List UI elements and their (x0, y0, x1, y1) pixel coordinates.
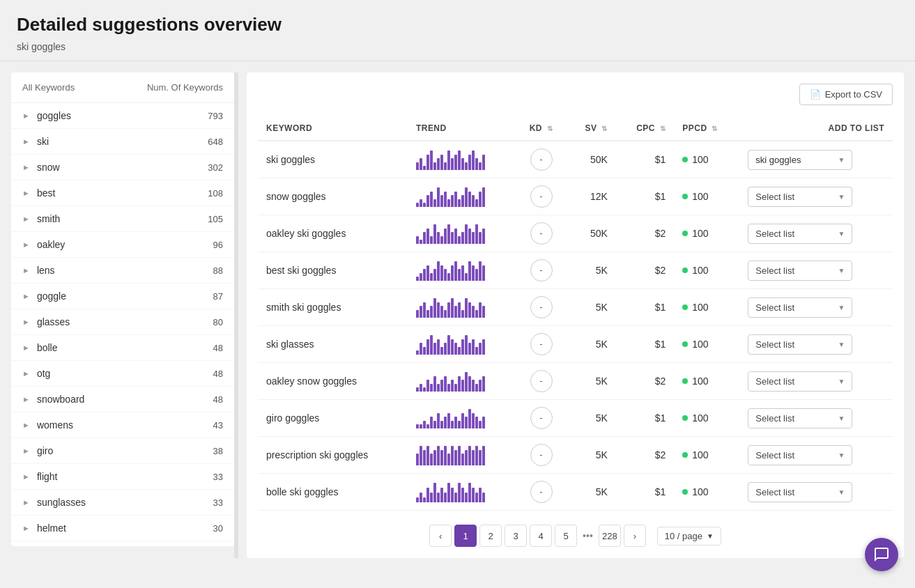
sidebar-item[interactable]: ► deck 29 (11, 541, 234, 546)
trend-bar (454, 261, 457, 281)
sidebar-item[interactable]: ► smith 105 (11, 206, 234, 232)
sidebar: All Keywords Num. Of Keywords ► goggles … (11, 72, 234, 546)
pagination-page-3[interactable]: 3 (505, 525, 527, 547)
trend-bar (458, 483, 461, 502)
cpc-cell: $2 (616, 437, 674, 474)
chevron-right-icon: ► (22, 524, 30, 532)
trend-bar (461, 232, 464, 244)
trend-bar (447, 384, 450, 392)
sidebar-item[interactable]: ► goggles 793 (11, 103, 234, 129)
trend-bar (468, 376, 471, 392)
select-list-label: Select list (755, 376, 794, 387)
sidebar-resize-handle[interactable] (234, 72, 238, 558)
chat-button[interactable] (865, 538, 898, 569)
kd-circle: - (530, 444, 553, 466)
select-list-dropdown[interactable]: Select list ▼ (748, 445, 852, 465)
keyword-cell: ski glasses (258, 326, 408, 363)
sidebar-header: All Keywords Num. Of Keywords (11, 72, 234, 103)
sidebar-item-count: 30 (213, 523, 223, 534)
sidebar-item[interactable]: ► best 108 (11, 180, 234, 206)
trend-bar (482, 229, 485, 244)
trend-bars (416, 186, 507, 207)
trend-bar (454, 493, 457, 502)
sidebar-item-label: glasses (37, 316, 70, 327)
trend-bar (461, 195, 464, 207)
sidebar-item[interactable]: ► lens 88 (11, 258, 234, 284)
sidebar-item[interactable]: ► ski 648 (11, 129, 234, 155)
trend-bar (472, 195, 475, 207)
trend-bar (482, 187, 485, 207)
sidebar-item[interactable]: ► glasses 80 (11, 309, 234, 335)
ppcd-cell: 100 (674, 363, 739, 400)
sidebar-col1-label: All Keywords (22, 82, 75, 93)
ppcd-value: 100 (692, 339, 708, 350)
ppcd-value: 100 (692, 154, 708, 165)
select-list-dropdown[interactable]: Select list ▼ (748, 371, 852, 392)
kd-cell: - (516, 178, 567, 215)
trend-cell (408, 400, 516, 437)
select-list-dropdown[interactable]: Select list ▼ (748, 261, 852, 281)
trend-bar (479, 192, 482, 207)
chevron-down-icon: ▼ (838, 378, 845, 385)
ppcd-cell: 100 (674, 141, 739, 178)
trend-bar (416, 387, 419, 392)
green-dot-icon (682, 231, 688, 236)
select-list-label: Select list (755, 339, 794, 350)
sidebar-item[interactable]: ► snowboard 48 (11, 387, 234, 412)
trend-bar (420, 493, 422, 502)
trend-bar (472, 232, 475, 244)
select-list-dropdown[interactable]: Select list ▼ (748, 224, 852, 244)
table-row: oakley ski goggles - 50K $2 100 Select l… (258, 215, 893, 252)
select-list-dropdown[interactable]: Select list ▼ (748, 334, 852, 355)
chevron-right-icon: ► (22, 318, 30, 326)
sidebar-item[interactable]: ► bolle 48 (11, 335, 234, 361)
sidebar-item[interactable]: ► flight 33 (11, 464, 234, 490)
sidebar-item[interactable]: ► otg 48 (11, 361, 234, 387)
col-trend: TREND (408, 116, 516, 141)
sidebar-item[interactable]: ► giro 38 (11, 438, 234, 464)
sidebar-item[interactable]: ► goggle 87 (11, 284, 234, 309)
chevron-right-icon: ► (22, 472, 30, 481)
export-csv-button[interactable]: 📄 Export to CSV (799, 84, 893, 105)
select-list-dropdown[interactable]: Select list ▼ (748, 187, 852, 207)
per-page-select[interactable]: 10 / page ▼ (657, 527, 721, 546)
sidebar-item[interactable]: ► sunglasses 33 (11, 490, 234, 516)
select-list-dropdown[interactable]: ski goggles ▼ (748, 150, 852, 170)
col-sv[interactable]: SV ⇅ (567, 116, 616, 141)
keyword-table: KEYWORD TREND KD ⇅ SV ⇅ CPC ⇅ PPCD ⇅ ADD… (258, 116, 893, 511)
add-to-list-cell: ski goggles ▼ (739, 141, 893, 178)
trend-bar (430, 306, 433, 318)
pagination-last-page[interactable]: 228 (599, 525, 621, 547)
sidebar-item[interactable]: ► oakley 96 (11, 232, 234, 258)
sidebar-item-label: goggles (37, 110, 71, 121)
pagination-prev[interactable]: ‹ (429, 525, 452, 547)
pagination-next[interactable]: › (624, 525, 646, 547)
kd-circle: - (530, 259, 553, 281)
sidebar-item-count: 793 (208, 111, 223, 121)
pagination-page-4[interactable]: 4 (530, 525, 552, 547)
trend-bar (472, 339, 475, 355)
trend-bar (444, 310, 447, 318)
pagination-page-5[interactable]: 5 (555, 525, 577, 547)
sidebar-item[interactable]: ► womens 43 (11, 412, 234, 438)
select-list-dropdown[interactable]: Select list ▼ (748, 408, 852, 428)
col-cpc[interactable]: CPC ⇅ (616, 116, 674, 141)
pagination-page-1[interactable]: 1 (454, 525, 477, 547)
trend-bar (472, 413, 475, 428)
trend-bar (465, 450, 468, 465)
trend-bar (423, 347, 426, 355)
sidebar-item[interactable]: ► helmet 30 (11, 516, 234, 541)
pagination-page-2[interactable]: 2 (479, 525, 502, 547)
trend-bar (475, 199, 478, 207)
col-ppcd[interactable]: PPCD ⇅ (674, 116, 739, 141)
trend-bar (475, 224, 478, 244)
sidebar-item[interactable]: ► snow 302 (11, 155, 234, 180)
col-kd[interactable]: KD ⇅ (516, 116, 567, 141)
select-list-dropdown[interactable]: Select list ▼ (748, 297, 852, 318)
trend-bar (433, 376, 436, 392)
select-list-dropdown[interactable]: Select list ▼ (748, 482, 852, 502)
trend-bar (472, 306, 475, 318)
trend-bars (416, 481, 507, 502)
sidebar-item-label: best (37, 187, 55, 199)
sv-cell: 50K (567, 141, 616, 178)
